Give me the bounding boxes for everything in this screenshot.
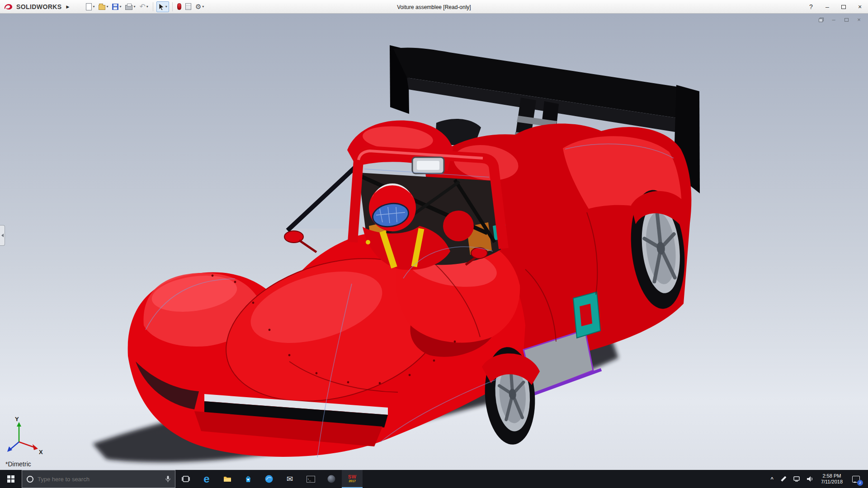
printer-icon: [125, 5, 132, 10]
tray-expand-button[interactable]: ^: [767, 470, 777, 488]
graphics-area[interactable]: Y X *Dimetric – ×: [0, 14, 868, 470]
doc-close-button[interactable]: ×: [856, 16, 862, 23]
blue-circle-app-icon: [265, 475, 273, 483]
3d-scene[interactable]: Y X *Dimetric: [0, 14, 868, 470]
menu-flyout-arrow-icon[interactable]: ▶: [66, 5, 69, 9]
save-button[interactable]: ▾: [111, 1, 123, 12]
toolbar-separator: [153, 2, 153, 11]
undo-caret[interactable]: ▾: [146, 5, 148, 9]
undo-button[interactable]: ↶ ▾: [138, 1, 149, 12]
pen-icon: [781, 476, 786, 482]
open-button[interactable]: ▾: [97, 1, 109, 12]
app-name: SOLIDWORKS: [16, 3, 61, 10]
undo-arrow-icon: ↶: [139, 3, 145, 10]
toolbar-separator: [172, 2, 173, 11]
doc-restore-button[interactable]: [818, 18, 824, 22]
open-folder-icon: [99, 5, 105, 10]
app-button-blue-circle[interactable]: [259, 470, 279, 488]
system-tray: ^ 2:58 PM 7/11/2018: [767, 470, 868, 488]
solidworks-taskbar-button[interactable]: SW 2017: [342, 470, 363, 488]
panel-collapse-tab[interactable]: [0, 225, 5, 246]
restore-icon: [819, 18, 824, 22]
maximize-button[interactable]: [835, 0, 852, 14]
action-center-button[interactable]: 2: [847, 470, 865, 488]
open-caret[interactable]: ▾: [106, 5, 108, 9]
clock-date: 7/11/2018: [821, 479, 843, 485]
gear-icon: ⚙: [195, 3, 201, 10]
save-floppy-icon: [112, 4, 118, 10]
doc-maximize-button[interactable]: [844, 18, 849, 22]
windows-logo-icon: [7, 475, 14, 483]
mail-button[interactable]: ✉: [279, 470, 300, 488]
edge-button[interactable]: e: [196, 470, 217, 488]
sheet-button[interactable]: [184, 1, 193, 12]
command-prompt-icon: ›_: [307, 476, 315, 483]
pen-tray-button[interactable]: [777, 470, 790, 488]
start-button[interactable]: [0, 470, 22, 488]
taskbar-search[interactable]: [22, 470, 175, 488]
sphere-app-icon: [327, 475, 335, 483]
print-button[interactable]: ▾: [124, 1, 137, 12]
file-explorer-icon: [223, 476, 231, 482]
task-view-button[interactable]: [175, 470, 196, 488]
options-button[interactable]: ⚙ ▾: [194, 1, 205, 12]
taskbar-clock[interactable]: 2:58 PM 7/11/2018: [817, 473, 847, 485]
select-tool-button[interactable]: ▾: [156, 1, 169, 12]
axis-y-label: Y: [15, 416, 19, 422]
new-document-icon: [86, 3, 92, 10]
network-icon: [793, 476, 800, 482]
window-controls: ? – ×: [803, 0, 868, 14]
save-caret[interactable]: ▾: [119, 5, 121, 9]
solidworks-window: SOLIDWORKS ▶ ▾ ▾ ▾ ▾ ↶ ▾: [0, 0, 868, 488]
print-caret[interactable]: ▾: [133, 5, 135, 9]
appearance-icon: [177, 3, 181, 10]
mail-icon: ✉: [287, 474, 293, 484]
store-button[interactable]: [238, 470, 259, 488]
select-cursor-icon: [158, 3, 165, 10]
minimize-button[interactable]: –: [819, 0, 835, 14]
solidworks-app-icon: SW 2017: [348, 475, 357, 483]
search-input[interactable]: [38, 476, 161, 483]
solidworks-logo: SOLIDWORKS: [0, 3, 61, 11]
quick-access-toolbar: ▾ ▾ ▾ ▾ ↶ ▾ ▾: [85, 1, 205, 12]
network-tray-button[interactable]: [790, 470, 803, 488]
edge-icon: e: [203, 474, 209, 484]
new-document-button[interactable]: ▾: [85, 1, 96, 12]
options-caret[interactable]: ▾: [202, 5, 204, 9]
select-caret[interactable]: ▾: [165, 5, 167, 9]
collapse-arrow-icon: [1, 234, 4, 237]
clock-time: 2:58 PM: [821, 473, 843, 479]
sheet-icon: [185, 3, 191, 10]
volume-tray-button[interactable]: [803, 470, 817, 488]
titlebar: SOLIDWORKS ▶ ▾ ▾ ▾ ▾ ↶ ▾: [0, 0, 868, 14]
axis-x-label: X: [39, 449, 43, 455]
file-explorer-button[interactable]: [217, 470, 238, 488]
notification-badge: 2: [857, 480, 863, 486]
view-orientation-label: *Dimetric: [5, 460, 31, 468]
app-button-sphere[interactable]: [321, 470, 342, 488]
appearance-button[interactable]: [176, 1, 183, 12]
new-document-caret[interactable]: ▾: [93, 5, 94, 9]
close-button[interactable]: ×: [852, 0, 868, 14]
volume-icon: [807, 476, 813, 482]
microphone-icon[interactable]: [165, 476, 170, 483]
ds-logo-icon: [4, 3, 14, 11]
help-button[interactable]: ?: [803, 0, 819, 14]
document-window-controls: – ×: [818, 16, 862, 23]
windows-taskbar: e ✉ ›_: [0, 470, 868, 488]
maximize-icon: [844, 18, 849, 22]
maximize-icon: [841, 5, 846, 9]
cortana-icon: [27, 476, 33, 483]
document-title: Voiture assemblee [Read-only]: [397, 4, 471, 10]
command-prompt-button[interactable]: ›_: [300, 470, 321, 488]
store-icon: [245, 475, 252, 483]
task-view-icon: [182, 476, 190, 482]
doc-minimize-button[interactable]: –: [831, 16, 836, 23]
